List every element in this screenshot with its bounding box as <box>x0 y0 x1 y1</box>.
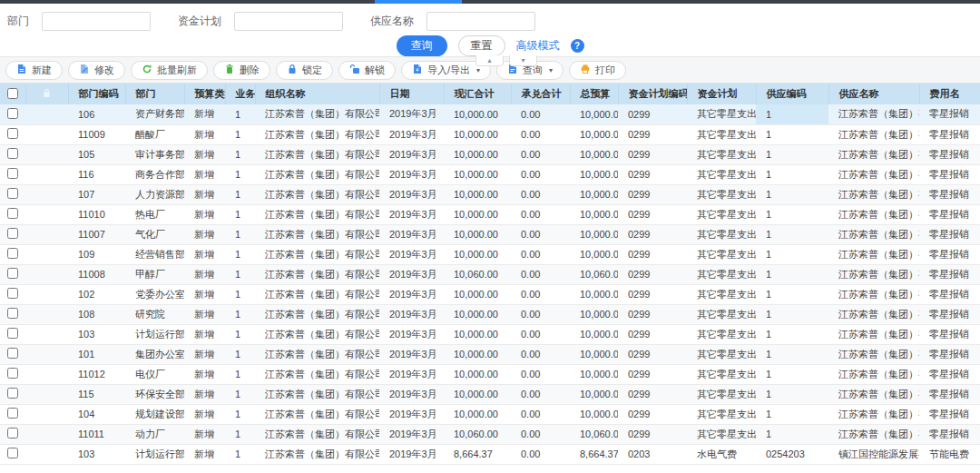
cell-acceptance-total: 0.00 <box>511 184 570 204</box>
table-row[interactable]: 108 研究院 新增 1 江苏索普（集团）有限公司 2019年3月 10,000… <box>0 304 980 324</box>
row-checkbox[interactable] <box>7 208 18 219</box>
row-checkbox[interactable] <box>7 308 18 319</box>
col-budget-type[interactable]: 预算类型 <box>184 84 225 104</box>
cell-cash-total: 10,060.00 <box>444 264 511 284</box>
cell-expense-name: 零星报销 <box>919 304 980 324</box>
cell-supplier-name: 江苏索普（集团）有限公司 <box>828 304 919 324</box>
table-row[interactable]: 11012 电仪厂 新增 1 江苏索普（集团）有限公司 2019年3月 10,0… <box>0 364 980 384</box>
col-dept[interactable]: 部门 <box>125 84 184 104</box>
row-checkbox[interactable] <box>7 368 18 379</box>
fund-plan-label: 资金计划 <box>178 14 221 29</box>
department-input[interactable] <box>42 12 151 31</box>
table-row[interactable]: 103 计划运行部 新增 1 江苏索普（集团）有限公司 2019年3月 10,0… <box>0 324 980 344</box>
cell-expense-name: 零星报销 <box>919 424 980 444</box>
collapse-panel-button[interactable]: ▲ <box>475 55 504 66</box>
delete-button[interactable]: 删除 <box>213 61 270 80</box>
modify-button[interactable]: 修改 <box>68 61 125 80</box>
table-row[interactable]: 11009 醋酸厂 新增 1 江苏索普（集团）有限公司 2019年3月 10,0… <box>0 124 980 144</box>
col-supplier-name[interactable]: 供应名称 <box>828 84 919 104</box>
table-row[interactable]: 105 审计事务部 新增 1 江苏索普（集团）有限公司 2019年3月 10,0… <box>0 144 980 164</box>
col-acceptance-total[interactable]: 承兑合计 <box>511 84 570 104</box>
row-checkbox[interactable] <box>7 288 18 299</box>
table-row[interactable]: 102 党委办公室 新增 1 江苏索普（集团）有限公司 2019年3月 10,0… <box>0 284 980 304</box>
table-row[interactable]: 11008 甲醇厂 新增 1 江苏索普（集团）有限公司 2019年3月 10,0… <box>0 264 980 284</box>
cell-dept-code: 116 <box>68 164 125 184</box>
lock-button[interactable]: 锁定 <box>276 61 333 80</box>
fund-plan-input[interactable] <box>234 12 343 31</box>
table-row[interactable]: 11011 动力厂 新增 1 江苏索普（集团）有限公司 2019年3月 10,0… <box>0 424 980 444</box>
cell-cash-total: 10,000.00 <box>444 364 511 384</box>
row-checkbox[interactable] <box>7 128 18 139</box>
col-supplier-code[interactable]: 供应编码 <box>756 84 828 104</box>
row-checkbox[interactable] <box>7 388 18 399</box>
cell-biz-org: 1 <box>225 204 255 224</box>
col-expense-name[interactable]: 费用名 <box>919 84 980 104</box>
table-row[interactable]: 116 商务合作部 新增 1 江苏索普（集团）有限公司 2019年3月 10,0… <box>0 164 980 184</box>
row-checkbox[interactable] <box>7 168 18 179</box>
cell-date: 2019年3月 <box>379 244 444 264</box>
print-button[interactable]: 打印 <box>569 61 626 80</box>
row-checkbox[interactable] <box>7 408 18 419</box>
query-button[interactable]: 查询 <box>397 35 447 56</box>
row-checkbox[interactable] <box>7 108 18 119</box>
cell-cash-total: 10,000.00 <box>444 144 511 164</box>
expand-panel-button[interactable]: ▼ <box>509 55 537 66</box>
col-org-name[interactable]: 组织名称 <box>255 84 379 104</box>
table-row[interactable]: 11010 热电厂 新增 1 江苏索普（集团）有限公司 2019年3月 10,0… <box>0 204 980 224</box>
cell-biz-org: 1 <box>225 424 255 444</box>
row-checkbox[interactable] <box>7 428 18 439</box>
cell-plan-name: 其它零星支出 <box>687 224 756 244</box>
table-row[interactable]: 104 规划建设部 新增 1 江苏索普（集团）有限公司 2019年3月 10,0… <box>0 404 980 424</box>
col-plan-name[interactable]: 资金计划 <box>687 84 756 104</box>
cell-plan-code: 0299 <box>618 124 687 144</box>
col-dept-code[interactable]: 部门编码 <box>68 84 125 104</box>
cell-plan-code: 0299 <box>618 404 687 424</box>
cell-dept: 电仪厂 <box>125 364 184 384</box>
cell-org-name: 江苏索普（集团）有限公司 <box>255 224 379 244</box>
cell-dept-code: 11007 <box>68 224 125 244</box>
row-checkbox[interactable] <box>7 148 18 159</box>
new-button[interactable]: 新建 <box>5 61 63 80</box>
row-checkbox[interactable] <box>7 268 18 279</box>
reset-button[interactable]: 重置 <box>458 35 505 56</box>
batch-refresh-button[interactable]: 批量刷新 <box>131 61 208 80</box>
col-date[interactable]: 日期 <box>379 84 444 104</box>
chevron-down-icon: ▾ <box>549 66 553 74</box>
cell-plan-name: 其它零星支出 <box>687 344 756 364</box>
cell-org-name: 江苏索普（集团）有限公司 <box>255 424 379 444</box>
advanced-mode-link[interactable]: 高级模式 <box>516 38 560 54</box>
table-row[interactable]: 107 人力资源部 新增 1 江苏索普（集团）有限公司 2019年3月 10,0… <box>0 184 980 204</box>
cell-org-name: 江苏索普（集团）有限公司 <box>255 284 379 304</box>
cell-date: 2019年3月 <box>379 384 444 404</box>
col-total-budget[interactable]: 总预算 <box>570 84 618 104</box>
cell-supplier-code: 1 <box>756 404 828 424</box>
row-checkbox[interactable] <box>7 448 18 458</box>
supplier-name-input[interactable] <box>426 12 535 31</box>
cell-date: 2019年3月 <box>379 144 444 164</box>
cell-org-name: 江苏索普（集团）有限公司 <box>255 164 379 184</box>
table-row[interactable]: 115 环保安全部 新增 1 江苏索普（集团）有限公司 2019年3月 10,0… <box>0 384 980 404</box>
new-document-icon <box>16 64 27 76</box>
table-row[interactable]: 11007 气化厂 新增 1 江苏索普（集团）有限公司 2019年3月 10,0… <box>0 224 980 244</box>
cell-expense-name: 零星报销 <box>919 184 980 204</box>
unlock-button[interactable]: 解锁 <box>338 61 396 80</box>
help-icon[interactable]: ? <box>571 39 584 53</box>
row-checkbox[interactable] <box>7 348 18 359</box>
select-all-checkbox[interactable] <box>7 88 18 99</box>
col-cash-total[interactable]: 现汇合计 <box>444 84 511 104</box>
table-row[interactable]: 109 经营销售部 新增 1 江苏索普（集团）有限公司 2019年3月 10,0… <box>0 244 980 264</box>
table-row[interactable]: 106 资产财务部 新增 1 江苏索普（集团）有限公司 2019年3月 10,0… <box>0 104 980 124</box>
row-checkbox[interactable] <box>7 248 18 259</box>
col-plan-code[interactable]: 资金计划编码 <box>618 84 687 104</box>
cell-biz-org: 1 <box>225 364 255 384</box>
lock-column-icon <box>42 88 52 100</box>
table-row[interactable]: 101 集团办公室 新增 1 江苏索普（集团）有限公司 2019年3月 10,0… <box>0 344 980 364</box>
cell-supplier-name: 江苏索普（集团）有限公司 <box>828 164 919 184</box>
cell-plan-name: 其它零星支出 <box>687 164 756 184</box>
row-checkbox[interactable] <box>7 188 18 199</box>
col-biz-org[interactable]: 业务组织 <box>225 84 255 104</box>
table-row[interactable]: 103 计划运行部 新增 1 江苏索普（集团）有限公司 2019年3月 8,66… <box>0 444 980 464</box>
cell-date: 2019年3月 <box>379 104 444 124</box>
row-checkbox[interactable] <box>7 328 18 339</box>
row-checkbox[interactable] <box>7 228 18 239</box>
